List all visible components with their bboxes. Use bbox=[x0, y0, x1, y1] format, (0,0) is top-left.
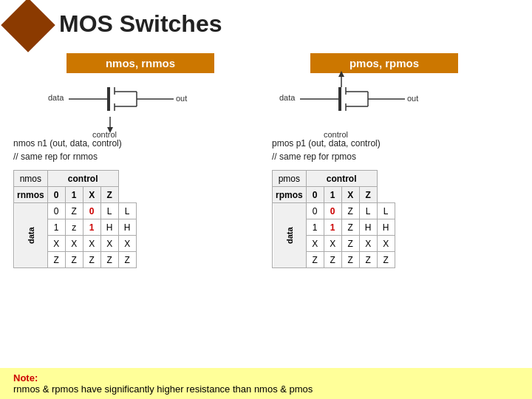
page-title: MOS Switches bbox=[59, 10, 222, 38]
pmos-rpmos-label: rpmos bbox=[273, 187, 307, 203]
pmos-col-0: 0 bbox=[306, 187, 324, 203]
nmos-cell-1-3: H bbox=[100, 219, 118, 236]
pmos-cell-3-2: Z bbox=[341, 252, 359, 268]
nmos-col-1: 1 bbox=[65, 187, 83, 203]
note-title: Note: bbox=[13, 372, 38, 383]
pmos-cell-3-1: Z bbox=[324, 252, 341, 268]
section-pmos-label: pmos, rpmos bbox=[310, 53, 458, 73]
pmos-cell-3-4: Z bbox=[377, 252, 395, 268]
pmos-cell-1-3: H bbox=[359, 219, 377, 236]
pmos-subtitle-line2: // same rep for rpmos bbox=[272, 151, 356, 162]
pmos-row-header: pmos bbox=[273, 171, 307, 187]
nmos-cell-2-3: X bbox=[100, 236, 118, 252]
pmos-control-header: control bbox=[306, 171, 377, 187]
nmos-cell-3-0: Z bbox=[47, 252, 65, 268]
nmos-subtitle-line1: nmos n1 (out, data, control) bbox=[13, 138, 122, 149]
nmos-col-z: Z bbox=[100, 187, 118, 203]
nmos-cell-1-2: 1 bbox=[83, 219, 100, 236]
pmos-cell-3-3: Z bbox=[359, 252, 377, 268]
pmos-cell-1-2: Z bbox=[341, 219, 359, 236]
logo-diamond bbox=[1, 0, 55, 52]
nmos-cell-0-1: Z bbox=[65, 203, 83, 219]
nmos-cell-0-4: L bbox=[118, 203, 136, 219]
pmos-cell-0-0: 0 bbox=[306, 203, 324, 219]
section-nmos-label: nmos, rnmos bbox=[66, 53, 214, 73]
nmos-cell-3-2: Z bbox=[83, 252, 100, 268]
pmos-subtitle-line1: pmos p1 (out, data, control) bbox=[272, 138, 381, 149]
svg-rect-16 bbox=[338, 87, 341, 111]
pmos-cell-1-1: 1 bbox=[324, 219, 341, 236]
nmos-cell-3-1: Z bbox=[65, 252, 83, 268]
nmos-col-0: 0 bbox=[47, 187, 65, 203]
pmos-cell-0-3: L bbox=[359, 203, 377, 219]
pmos-cell-2-4: X bbox=[377, 236, 395, 252]
nmos-cell-2-1: X bbox=[65, 236, 83, 252]
svg-marker-26 bbox=[338, 71, 344, 77]
pmos-cell-2-1: X bbox=[324, 236, 341, 252]
svg-text:data: data bbox=[279, 93, 296, 102]
pmos-cell-0-4: L bbox=[377, 203, 395, 219]
nmos-cell-1-1: z bbox=[65, 219, 83, 236]
nmos-cell-1-0: 1 bbox=[47, 219, 65, 236]
nmos-rnmos-label: rnmos bbox=[14, 187, 48, 203]
pmos-cell-1-4: H bbox=[377, 219, 395, 236]
pmos-cell-0-2: Z bbox=[341, 203, 359, 219]
pmos-subtitle: pmos p1 (out, data, control) // same rep… bbox=[272, 137, 381, 163]
nmos-data-label: data bbox=[14, 203, 48, 268]
pmos-cell-2-2: Z bbox=[341, 236, 359, 252]
pmos-cell-2-0: X bbox=[306, 236, 324, 252]
pmos-col-x: X bbox=[341, 187, 359, 203]
nmos-cell-0-3: L bbox=[100, 203, 118, 219]
pmos-cell-0-1: 0 bbox=[324, 203, 341, 219]
nmos-cell-3-3: Z bbox=[100, 252, 118, 268]
nmos-transistor-diagram: data out control bbox=[41, 71, 240, 137]
nmos-cell-2-4: X bbox=[118, 236, 136, 252]
nmos-subtitle-line2: // same rep for rnmos bbox=[13, 151, 98, 162]
svg-rect-2 bbox=[107, 87, 110, 111]
pmos-cell-1-0: 1 bbox=[306, 219, 324, 236]
nmos-table: nmos control rnmos 0 1 X Z data 0 Z 0 L … bbox=[13, 170, 137, 268]
nmos-cell-0-2: 0 bbox=[83, 203, 100, 219]
pmos-data-label: data bbox=[273, 203, 307, 268]
note-bar: Note: rnmos & rpmos have significantly h… bbox=[0, 368, 532, 399]
nmos-subtitle: nmos n1 (out, data, control) // same rep… bbox=[13, 137, 122, 163]
nmos-cell-0-0: 0 bbox=[47, 203, 65, 219]
nmos-cell-2-0: X bbox=[47, 236, 65, 252]
nmos-cell-2-2: X bbox=[83, 236, 100, 252]
svg-text:data: data bbox=[48, 93, 64, 102]
nmos-control-header: control bbox=[47, 171, 118, 187]
pmos-col-1: 1 bbox=[324, 187, 341, 203]
nmos-cell-1-4: H bbox=[118, 219, 136, 236]
note-text: rnmos & rpmos have significantly higher … bbox=[13, 383, 313, 395]
svg-text:out: out bbox=[176, 94, 187, 103]
nmos-cell-3-4: Z bbox=[118, 252, 136, 268]
svg-text:out: out bbox=[407, 94, 418, 103]
pmos-cell-2-3: X bbox=[359, 236, 377, 252]
pmos-transistor-diagram: data out control bbox=[272, 71, 471, 137]
pmos-col-z: Z bbox=[359, 187, 377, 203]
nmos-row-header: nmos bbox=[14, 171, 48, 187]
pmos-cell-3-0: Z bbox=[306, 252, 324, 268]
pmos-table: pmos control rpmos 0 1 X Z data 0 0 Z L … bbox=[272, 170, 395, 268]
nmos-col-x: X bbox=[83, 187, 100, 203]
